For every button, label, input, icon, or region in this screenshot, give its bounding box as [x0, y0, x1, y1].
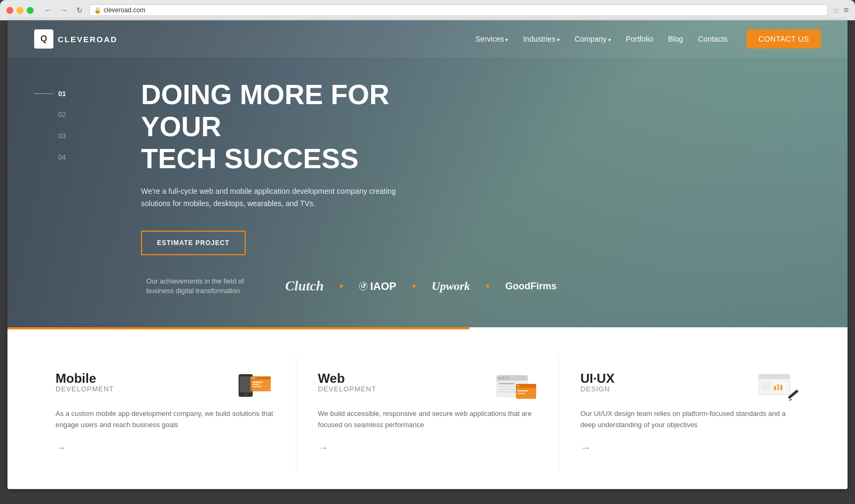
svg-rect-25 [759, 374, 790, 379]
svg-rect-1 [240, 376, 252, 392]
iaop-logo: ↺ IAOP [359, 280, 396, 293]
nav-item-services[interactable]: Services [475, 34, 508, 44]
achievements-bar: Our achievements in the field of busines… [7, 261, 848, 306]
forward-button[interactable]: → [58, 5, 70, 15]
svg-marker-32 [789, 399, 792, 401]
nav-contacts-link[interactable]: Contacts [698, 35, 727, 43]
mobile-service-icon [234, 372, 274, 404]
menu-button[interactable]: ≡ [844, 5, 849, 15]
nav-company-link[interactable]: Company [575, 35, 611, 43]
nav-cta-item[interactable]: CONTACT US [742, 34, 821, 44]
svg-rect-28 [774, 386, 776, 390]
dot-separator-2 [412, 285, 415, 288]
svg-rect-6 [252, 384, 260, 385]
nav-portfolio-link[interactable]: Portfolio [626, 35, 653, 43]
url-text: cleveroad.com [104, 6, 145, 14]
browser-toolbar: ← → ↻ 🔒 cleveroad.com ☆ ≡ [42, 4, 849, 16]
nav-blog-link[interactable]: Blog [668, 35, 683, 43]
svg-rect-21 [517, 390, 528, 391]
svg-point-14 [506, 377, 508, 379]
svg-point-12 [499, 377, 501, 379]
svg-point-13 [503, 377, 505, 379]
svg-point-9 [254, 377, 255, 379]
hero-title-line2: TECH SUCCESS [141, 143, 358, 174]
uiux-service-icon [757, 372, 799, 404]
nav-item-blog[interactable]: Blog [668, 34, 683, 44]
bookmark-button[interactable]: ☆ [832, 5, 840, 15]
nav-item-portfolio[interactable]: Portfolio [626, 34, 653, 44]
hero-title-line1: DOING MORE FOR YOUR [141, 79, 389, 142]
mobile-service-desc: As a custom mobile app development compa… [56, 408, 274, 431]
upwork-logo: Upwork [432, 279, 470, 293]
logo-link[interactable]: Q CLEVEROAD [34, 29, 117, 49]
traffic-lights [6, 7, 34, 14]
estimate-project-button[interactable]: ESTIMATE PROJECT [141, 231, 246, 255]
uiux-service-card: UI·UX design [559, 356, 821, 470]
nav-item-contacts[interactable]: Contacts [698, 34, 727, 44]
mobile-service-subtitle: development [56, 385, 224, 393]
achievements-text: Our achievements in the field of busines… [146, 277, 253, 296]
nav-industries-link[interactable]: Industries [523, 35, 559, 43]
browser-titlebar: ← → ↻ 🔒 cleveroad.com ☆ ≡ [0, 4, 855, 20]
mobile-service-title: Mobile [56, 372, 224, 385]
close-button[interactable] [6, 7, 13, 14]
minimize-button[interactable] [17, 7, 23, 14]
uiux-service-desc: Our UI/UX design team relies on platform… [581, 408, 799, 431]
hero-title: DOING MORE FOR YOUR TECH SUCCESS [141, 79, 440, 175]
web-service-icon [495, 372, 537, 404]
partner-logos: Clutch ↺ IAOP Upwork GoodFirms [285, 278, 556, 294]
hero-description: We're a full-cycle web and mobile applic… [141, 185, 419, 209]
services-section: Mobile development [7, 329, 848, 489]
uiux-service-title: UI·UX [581, 372, 746, 385]
logo-icon: Q [34, 29, 53, 49]
svg-rect-15 [499, 383, 515, 384]
web-service-card: Web development [296, 356, 559, 470]
navbar: Q CLEVEROAD Services Industries Company … [7, 20, 848, 58]
mobile-service-arrow[interactable]: → [56, 442, 66, 454]
uiux-service-arrow[interactable]: → [581, 442, 591, 454]
hero-section: Q CLEVEROAD Services Industries Company … [7, 20, 848, 327]
svg-rect-26 [761, 381, 771, 391]
browser-chrome: ← → ↻ 🔒 cleveroad.com ☆ ≡ [0, 0, 855, 20]
address-bar[interactable]: 🔒 cleveroad.com [89, 4, 828, 16]
svg-rect-20 [516, 384, 536, 388]
logo-text: CLEVEROAD [58, 35, 117, 44]
refresh-button[interactable]: ↻ [74, 5, 85, 15]
web-service-title: Web [318, 372, 483, 385]
browser-window: Q CLEVEROAD Services Industries Company … [7, 20, 848, 489]
slide-indicator-2: 02 [58, 111, 66, 119]
dot-separator-3 [486, 285, 489, 288]
svg-point-8 [252, 377, 253, 379]
svg-rect-11 [497, 375, 528, 381]
back-button[interactable]: ← [42, 5, 54, 15]
clutch-logo: Clutch [285, 278, 324, 294]
nav-services-link[interactable]: Services [475, 35, 508, 43]
web-service-subtitle: development [318, 385, 483, 393]
maximize-button[interactable] [27, 7, 34, 14]
svg-rect-30 [780, 385, 782, 390]
slide-indicator-4: 04 [58, 153, 66, 161]
svg-rect-22 [517, 393, 525, 394]
slide-indicator-1: 01 [58, 90, 66, 98]
dot-separator-1 [340, 285, 343, 288]
svg-rect-5 [252, 382, 263, 383]
nav-item-industries[interactable]: Industries [523, 34, 559, 44]
nav-item-company[interactable]: Company [575, 34, 611, 44]
lock-icon: 🔒 [94, 7, 101, 14]
svg-rect-7 [252, 386, 262, 387]
mobile-service-card: Mobile development [34, 356, 296, 470]
svg-point-2 [245, 393, 247, 396]
nav-links: Services Industries Company Portfolio Bl… [475, 34, 821, 44]
web-service-desc: We build accessible, responsive and secu… [318, 408, 537, 431]
iaop-text: IAOP [370, 280, 396, 293]
web-service-arrow[interactable]: → [318, 442, 328, 454]
goodfirms-logo: GoodFirms [505, 281, 556, 292]
uiux-service-subtitle: design [581, 385, 746, 393]
svg-point-23 [517, 385, 519, 387]
svg-rect-29 [777, 384, 779, 390]
nav-cta-button[interactable]: CONTACT US [747, 29, 821, 49]
slide-indicator-3: 03 [58, 132, 66, 140]
